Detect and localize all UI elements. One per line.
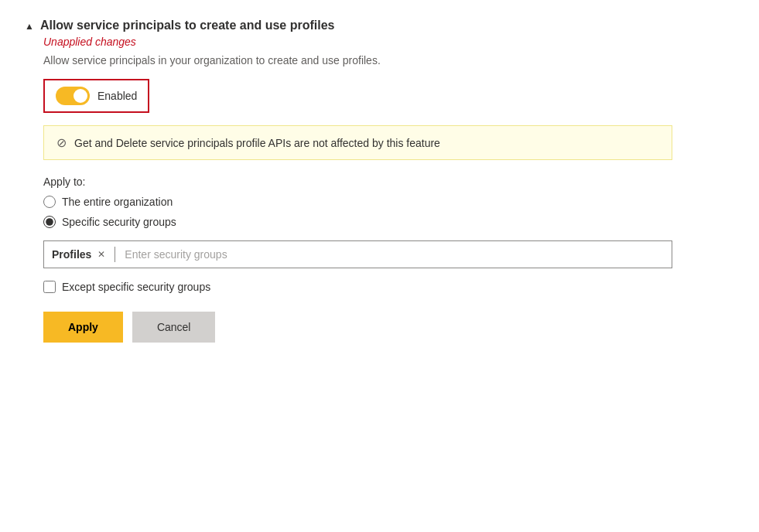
except-checkbox-item[interactable]: Except specific security groups bbox=[43, 281, 734, 293]
info-banner: ⊘ Get and Delete service principals prof… bbox=[43, 125, 672, 160]
toggle-container: Enabled bbox=[43, 79, 149, 113]
tag-remove-button[interactable]: ✕ bbox=[97, 249, 105, 260]
radio-entire-org-input[interactable] bbox=[43, 196, 56, 208]
section-description: Allow service principals in your organiz… bbox=[43, 54, 734, 66]
radio-specific-groups-input[interactable] bbox=[43, 216, 56, 228]
radio-entire-org[interactable]: The entire organization bbox=[43, 196, 734, 208]
apply-button[interactable]: Apply bbox=[43, 312, 123, 343]
button-row: Apply Cancel bbox=[43, 312, 734, 343]
enabled-toggle[interactable] bbox=[56, 87, 90, 105]
radio-specific-groups[interactable]: Specific security groups bbox=[43, 216, 734, 228]
section-header: ▲ Allow service principals to create and… bbox=[25, 19, 734, 32]
tag-separator bbox=[115, 247, 115, 262]
toggle-label: Enabled bbox=[97, 90, 137, 102]
apply-to-label: Apply to: bbox=[43, 176, 734, 188]
info-icon: ⊘ bbox=[56, 135, 67, 150]
cancel-button[interactable]: Cancel bbox=[132, 312, 216, 343]
collapse-arrow-icon[interactable]: ▲ bbox=[25, 21, 34, 32]
security-groups-placeholder[interactable]: Enter security groups bbox=[125, 248, 664, 261]
except-checkbox-input[interactable] bbox=[43, 281, 56, 293]
security-groups-input-container[interactable]: Profiles ✕ Enter security groups bbox=[43, 240, 672, 268]
radio-group: The entire organization Specific securit… bbox=[43, 196, 734, 228]
radio-specific-groups-label: Specific security groups bbox=[62, 216, 176, 228]
tag-label: Profiles bbox=[52, 248, 91, 261]
except-checkbox-label: Except specific security groups bbox=[62, 281, 210, 293]
info-banner-text: Get and Delete service principals profil… bbox=[74, 137, 440, 149]
section-title: Allow service principals to create and u… bbox=[40, 19, 335, 32]
radio-entire-org-label: The entire organization bbox=[62, 196, 173, 208]
profiles-tag: Profiles bbox=[52, 248, 91, 261]
unapplied-changes-label: Unapplied changes bbox=[43, 36, 734, 48]
